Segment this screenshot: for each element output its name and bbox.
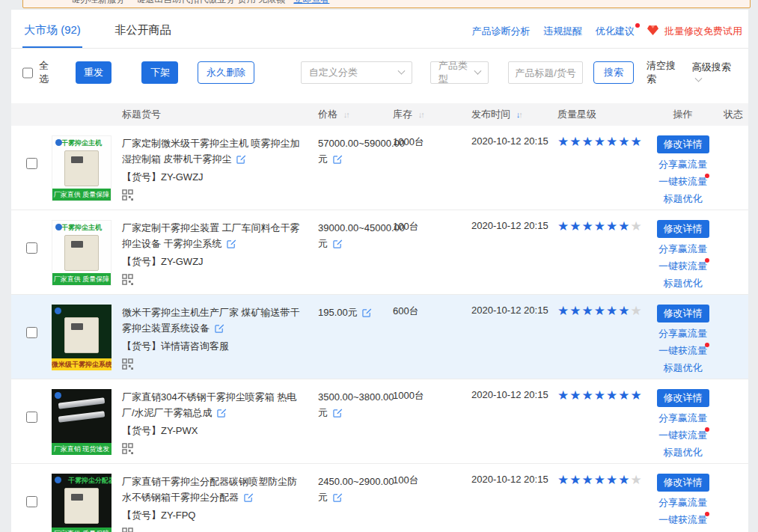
qr-code-icon[interactable]: [122, 274, 133, 285]
brand-logo: [55, 224, 62, 230]
edit-detail-button[interactable]: 修改详情: [657, 220, 709, 238]
star-rating: ★★★★★★★: [557, 305, 647, 379]
notice-link[interactable]: 立即查看: [293, 0, 329, 4]
edit-price-icon[interactable]: [333, 408, 343, 418]
violation-link[interactable]: 违规提醒: [543, 25, 582, 37]
qr-code-icon[interactable]: [122, 443, 133, 454]
edit-title-icon[interactable]: [217, 408, 227, 418]
status-cell: [718, 389, 748, 463]
row-checkbox[interactable]: [26, 412, 37, 423]
sku-label: 【货号】: [122, 256, 161, 267]
share-traffic-link[interactable]: 分享赢流量: [647, 496, 718, 509]
sku-label: 【货号】: [122, 425, 161, 436]
share-traffic-link[interactable]: 分享赢流量: [647, 158, 718, 171]
edit-title-icon[interactable]: [244, 492, 254, 502]
product-title[interactable]: 厂家直销干雾抑尘分配器碳钢喷塑防尘防水不锈钢箱干雾抑尘分配器: [122, 476, 297, 503]
edit-price-icon[interactable]: [333, 492, 343, 502]
select-all-checkbox[interactable]: [22, 67, 33, 79]
search-input[interactable]: [508, 61, 583, 84]
share-traffic-link[interactable]: 分享赢流量: [647, 412, 718, 424]
get-traffic-link[interactable]: 一键获流量: [647, 175, 718, 188]
diagnosis-link[interactable]: 产品诊断分析: [472, 25, 531, 37]
edit-price-icon[interactable]: [333, 239, 343, 248]
title-optimize-link[interactable]: 标题优化: [647, 361, 718, 374]
edit-detail-button[interactable]: 修改详情: [657, 389, 709, 407]
share-traffic-link[interactable]: 分享赢流量: [647, 327, 718, 340]
product-image[interactable]: 厂家直销 现货速发: [52, 389, 111, 455]
stock-value: 1000台: [393, 389, 471, 463]
price-value: 57000.00~59000.00元: [318, 138, 405, 165]
search-button[interactable]: 搜索: [593, 61, 634, 84]
sku-label: 【货号】: [122, 171, 161, 183]
batch-edit-trial-link[interactable]: 批量修改免费试用: [664, 25, 742, 37]
bulk-toolbar: 全选 重发 下架 永久删除 自定义分类 产品类型 搜索 清空搜索 高级搜索: [22, 61, 737, 84]
title-optimize-link[interactable]: 标题优化: [647, 446, 718, 459]
category-select-value: 自定义分类: [309, 66, 358, 79]
offshelf-button[interactable]: 下架: [141, 61, 178, 84]
edit-detail-button[interactable]: 修改详情: [657, 474, 709, 492]
tab-private-products[interactable]: 非公开商品: [113, 10, 172, 47]
product-image[interactable]: 干雾抑尘主机 厂家直供 质量保障: [52, 220, 111, 286]
qr-code-icon[interactable]: [122, 189, 133, 201]
get-traffic-link[interactable]: 一键获流量: [647, 260, 718, 272]
status-cell: [718, 474, 748, 532]
edit-price-icon[interactable]: [362, 308, 372, 317]
product-artwork: [64, 488, 99, 524]
notification-dot: [635, 23, 640, 28]
row-checkbox[interactable]: [26, 496, 37, 507]
product-type-select[interactable]: 产品类型: [430, 61, 489, 84]
chevron-down-icon: [397, 67, 405, 74]
top-notice-banner: 一键办理新服务 一键退出自助代扣代缴业务 费用 无限额 立即查看: [22, 0, 751, 8]
product-image[interactable]: 微米级干雾抑尘系统: [52, 305, 111, 370]
row-checkbox[interactable]: [26, 158, 37, 169]
edit-title-icon[interactable]: [215, 323, 224, 333]
status-cell: [718, 135, 748, 210]
notification-dot: [705, 258, 709, 263]
sort-price-icon[interactable]: ↓↑: [343, 110, 349, 119]
star-rating: ★★★★★★★: [557, 474, 647, 532]
product-title[interactable]: 厂家定制干雾抑尘装置 工厂车间料仓干雾抑尘设备 干雾抑尘系统: [122, 222, 300, 249]
get-traffic-link[interactable]: 一键获流量: [647, 429, 718, 441]
delete-forever-button[interactable]: 永久删除: [198, 61, 254, 84]
tab-big-market[interactable]: 大市场 (92): [22, 10, 82, 47]
get-traffic-link[interactable]: 一键获流量: [647, 513, 718, 526]
product-title[interactable]: 微米干雾抑尘主机生产厂家 煤矿输送带干雾抑尘装置系统设备: [122, 307, 300, 334]
image-banner: 厂家直销 现货速发: [52, 443, 111, 455]
publish-date: 2020-10-12 20:15: [471, 135, 557, 210]
clear-search-link[interactable]: 清空搜索: [647, 59, 683, 86]
title-optimize-link[interactable]: 标题优化: [647, 192, 718, 205]
col-title: 标题货号: [122, 103, 318, 126]
sku-value: ZY-GWZJ: [161, 171, 204, 183]
sort-publish-icon-active[interactable]: ↓↑: [516, 110, 522, 119]
resend-button[interactable]: 重发: [76, 61, 112, 84]
qr-code-icon[interactable]: [122, 528, 133, 532]
edit-title-icon[interactable]: [236, 154, 246, 164]
row-checkbox[interactable]: [26, 242, 37, 254]
row-checkbox[interactable]: [26, 327, 37, 338]
suggest-link[interactable]: 优化建议: [596, 25, 635, 37]
product-image[interactable]: 干雾抑尘分配器 厂家直供 质量保障: [52, 474, 111, 532]
edit-title-icon[interactable]: [227, 239, 236, 248]
share-traffic-link[interactable]: 分享赢流量: [647, 242, 718, 255]
edit-price-icon[interactable]: [333, 154, 343, 164]
get-traffic-link[interactable]: 一键获流量: [647, 344, 718, 357]
star-rating: ★★★★★★★: [557, 135, 647, 210]
edit-detail-button[interactable]: 修改详情: [657, 135, 709, 153]
product-title[interactable]: 厂家直销304不锈钢干雾抑尘喷雾箱 热电厂/水泥厂干雾箱总成: [122, 391, 296, 418]
sku-value: ZY-PWX: [161, 425, 198, 436]
title-optimize-link[interactable]: 标题优化: [647, 277, 718, 290]
price-value: 2450.00~2900.00元: [318, 476, 394, 503]
table-row: 微米级干雾抑尘系统 微米干雾抑尘主机生产厂家 煤矿输送带干雾抑尘装置系统设备 【…: [11, 295, 748, 379]
product-artwork: [64, 317, 99, 353]
col-stock: 库存 ↓↑: [393, 103, 471, 126]
product-manager-card: 大市场 (92) 非公开商品 产品诊断分析 违规提醒 优化建议 批量修改免费试用…: [11, 10, 748, 532]
edit-detail-button[interactable]: 修改详情: [657, 305, 709, 322]
product-title[interactable]: 厂家定制微米级干雾抑尘主机 喷雾抑尘加湿控制箱 皮带机干雾抑尘: [122, 138, 300, 165]
qr-code-icon[interactable]: [122, 358, 133, 370]
sort-stock-icon[interactable]: ↓↑: [418, 110, 424, 119]
product-image[interactable]: 干雾抑尘主机 厂家直供 质量保障: [52, 135, 111, 201]
advanced-search-toggle[interactable]: 高级搜索: [692, 61, 737, 85]
category-select[interactable]: 自定义分类: [301, 61, 412, 84]
notification-dot: [705, 512, 709, 516]
chevron-down-icon: [694, 74, 702, 82]
